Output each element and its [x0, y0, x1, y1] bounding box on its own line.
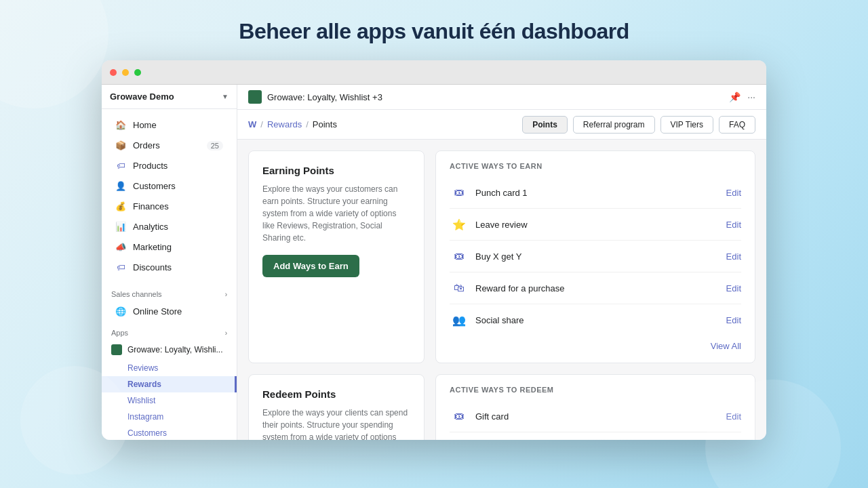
tab-points[interactable]: Points [522, 116, 568, 134]
tabs-group: Points Referral program VIP Tiers FAQ [522, 116, 755, 134]
sidebar-sub-rewards[interactable]: Rewards [102, 376, 237, 392]
app-header-bar: Growave: Loyalty, Wishlist +3 📌 ··· [237, 85, 766, 110]
earn-way-label-leave-review: Leave review [475, 220, 719, 230]
sidebar-sub-reviews[interactable]: Reviews [102, 360, 237, 376]
earn-way-label-punch-card: Punch card 1 [475, 188, 719, 198]
sidebar-item-home[interactable]: 🏠 Home [106, 115, 233, 135]
tab-referral[interactable]: Referral program [573, 116, 655, 134]
pin-icon[interactable]: 📌 [729, 92, 741, 102]
breadcrumb: W / Rewards / Points [248, 119, 337, 129]
instagram-sub-label: Instagram [127, 412, 163, 422]
earn-way-icon-leave-review: ⭐ [450, 215, 469, 234]
store-selector[interactable]: Growave Demo ▼ [102, 85, 237, 109]
apps-section: Apps › [102, 322, 237, 340]
sidebar-item-customers[interactable]: 👤 Customers [106, 176, 233, 196]
sales-channels-label: Sales channels [111, 290, 162, 298]
earn-left-card: Earning Points Explore the ways your cus… [248, 150, 425, 363]
earn-way-icon-reward-purchase: 🛍 [450, 279, 469, 298]
sidebar-item-orders[interactable]: 📦 Orders 25 [106, 136, 233, 155]
sidebar-item-customers-label: Customers [133, 181, 176, 191]
tab-vip[interactable]: VIP Tiers [660, 116, 713, 134]
sidebar-item-home-label: Home [133, 120, 157, 130]
discounts-icon: 🏷 [115, 262, 126, 272]
sales-channels-section: Sales channels › [102, 283, 237, 301]
rewards-sub-label: Rewards [127, 380, 161, 389]
orders-badge: 25 [207, 141, 223, 150]
earn-edit-link-leave-review[interactable]: Edit [726, 220, 741, 230]
sidebar-item-orders-label: Orders [133, 140, 160, 150]
orders-icon: 📦 [115, 140, 126, 150]
earn-way-icon-social-share: 👥 [450, 310, 469, 329]
earn-way-item-social-share: 👥 Social share Edit [450, 304, 741, 336]
more-options-icon[interactable]: ··· [747, 92, 755, 102]
tab-faq[interactable]: FAQ [719, 116, 755, 134]
earn-way-label-reward-purchase: Reward for a purchase [475, 283, 719, 293]
sales-channels-expand-icon[interactable]: › [225, 291, 227, 298]
browser-topbar [102, 60, 766, 85]
browser-dot-red[interactable] [110, 69, 117, 76]
sidebar-item-finances-label: Finances [133, 201, 169, 211]
app-logo [248, 90, 262, 104]
sidebar-item-marketing[interactable]: 📣 Marketing [106, 237, 233, 257]
redeem-card-row: Redeem Points Explore the ways your clie… [248, 374, 755, 440]
earn-way-label-buy-x-get-y: Buy X get Y [475, 251, 719, 262]
sidebar-item-discounts-label: Discounts [133, 262, 172, 272]
earn-way-label-social-share: Social share [475, 315, 719, 325]
redeem-items-list: 🎟 Gift card Edit 🏷 $15off Edit 🎟 Free pr… [450, 401, 741, 440]
redeem-heading: Redeem Points [262, 388, 410, 400]
sidebar-item-online-store[interactable]: 🌐 Online Store [106, 302, 233, 321]
redeem-way-icon-15off: 🏷 [450, 439, 469, 440]
earn-way-item-reward-purchase: 🛍 Reward for a purchase Edit [450, 272, 741, 304]
sidebar-item-products[interactable]: 🏷 Products [106, 156, 233, 176]
app-customers-sub-label: Customers [127, 428, 167, 438]
earn-edit-link-social-share[interactable]: Edit [726, 315, 741, 325]
growave-app-label: Growave: Loyalty, Wishli... [127, 345, 222, 354]
browser-window: Growave Demo ▼ 🏠 Home 📦 Orders 25 🏷 Prod… [102, 60, 766, 440]
earn-heading: Earning Points [262, 165, 410, 176]
breadcrumb-rewards[interactable]: Rewards [267, 119, 302, 129]
redeem-way-icon-gift-card: 🎟 [450, 407, 469, 426]
browser-dot-yellow[interactable] [122, 69, 129, 76]
analytics-icon: 📊 [115, 222, 126, 232]
earn-way-icon-punch-card: 🎟 [450, 183, 469, 202]
breadcrumb-home-icon[interactable]: W [248, 119, 256, 129]
browser-dot-green[interactable] [134, 69, 141, 76]
growave-app-item[interactable]: Growave: Loyalty, Wishli... [102, 340, 237, 360]
earn-way-item-punch-card: 🎟 Punch card 1 Edit [450, 177, 741, 209]
wishlist-sub-label: Wishlist [127, 396, 155, 405]
deco-circle-bl [20, 366, 129, 474]
sidebar: Growave Demo ▼ 🏠 Home 📦 Orders 25 🏷 Prod… [102, 85, 237, 440]
marketing-icon: 📣 [115, 242, 126, 252]
earn-edit-link-reward-purchase[interactable]: Edit [726, 283, 741, 293]
breadcrumb-current: Points [313, 119, 337, 129]
sidebar-item-discounts[interactable]: 🏷 Discounts [106, 258, 233, 277]
chevron-down-icon: ▼ [222, 93, 229, 100]
earn-way-item-leave-review: ⭐ Leave review Edit [450, 209, 741, 241]
apps-label: Apps [111, 329, 128, 337]
redeem-left-card: Redeem Points Explore the ways your clie… [248, 374, 425, 440]
reviews-sub-label: Reviews [127, 363, 158, 373]
sidebar-item-analytics-label: Analytics [133, 222, 168, 232]
earn-right-card: ACTIVE WAYS TO EARN 🎟 Punch card 1 Edit … [435, 150, 755, 363]
app-wrapper: Growave Demo ▼ 🏠 Home 📦 Orders 25 🏷 Prod… [102, 85, 766, 440]
sidebar-item-analytics[interactable]: 📊 Analytics [106, 217, 233, 237]
customers-icon: 👤 [115, 181, 126, 191]
earn-description: Explore the ways your customers can earn… [262, 183, 410, 244]
earn-edit-link-buy-x-get-y[interactable]: Edit [726, 251, 741, 262]
home-icon: 🏠 [115, 120, 126, 130]
earn-way-item-buy-x-get-y: 🎟 Buy X get Y Edit [450, 241, 741, 272]
sidebar-item-finances[interactable]: 💰 Finances [106, 197, 233, 216]
store-name: Growave Demo [110, 92, 174, 102]
view-all-earn-anchor[interactable]: View All [711, 341, 741, 351]
earn-edit-link-punch-card[interactable]: Edit [726, 188, 741, 198]
growave-app-icon [111, 344, 122, 355]
add-ways-to-earn-button[interactable]: Add Ways to Earn [262, 255, 359, 277]
active-redeem-heading: ACTIVE WAYS TO REDEEM [450, 386, 741, 394]
deco-circle-tl [0, 0, 108, 108]
online-store-icon: 🌐 [115, 306, 126, 317]
active-earn-heading: ACTIVE WAYS TO EARN [450, 162, 741, 170]
products-icon: 🏷 [115, 161, 126, 171]
redeem-description: Explore the ways your clients can spend … [262, 407, 410, 440]
view-all-earn-link: View All [450, 336, 741, 352]
apps-expand-icon[interactable]: › [225, 329, 227, 337]
